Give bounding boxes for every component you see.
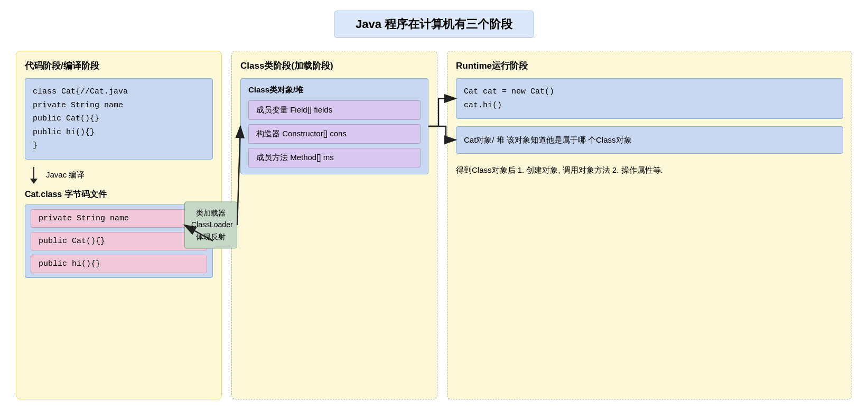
main-title: Java 程序在计算机有三个阶段: [334, 11, 534, 38]
class-obj-item-0: 成员变量 Field[] fields: [248, 100, 421, 120]
get-class-box: 得到Class对象后 1. 创建对象, 调用对象方法 2. 操作属性等.: [456, 161, 843, 179]
bytecode-item-0: private String name: [31, 209, 207, 228]
code-block: class Cat{//Cat.java private String name…: [25, 78, 213, 160]
class-obj-item-2: 成员方法 Method[] ms: [248, 148, 421, 167]
bytecode-item-1: public Cat(){}: [31, 232, 207, 250]
bytecode-title: Cat.class 字节码文件: [25, 189, 213, 200]
middle-panel-title: Class类阶段(加载阶段): [240, 60, 428, 72]
classloader-box: 类加载器ClassLoader体现反射: [184, 201, 237, 248]
runtime-code-box: Cat cat = new Cat() cat.hi(): [456, 78, 843, 119]
middle-panel: Class类阶段(加载阶段) Class类对象/堆 成员变量 Field[] f…: [231, 51, 437, 399]
compile-label: Javac 编译: [46, 170, 85, 180]
left-panel-title: 代码阶段/编译阶段: [25, 60, 213, 72]
classloader-label: 类加载器ClassLoader体现反射: [191, 209, 233, 241]
right-panel-title: Runtime运行阶段: [456, 60, 843, 72]
right-panel: Runtime运行阶段 Cat cat = new Cat() cat.hi()…: [447, 51, 852, 399]
class-obj-item-1: 构造器 Constructor[] cons: [248, 124, 421, 144]
diagram-wrapper: 代码阶段/编译阶段 class Cat{//Cat.java private S…: [16, 51, 852, 399]
compile-arrow-row: Javac 编译: [30, 167, 213, 184]
compile-arrow-down: [30, 167, 38, 184]
bytecode-item-2: public hi(){}: [31, 255, 207, 273]
class-obj-title: Class类对象/堆: [248, 85, 421, 95]
class-obj-box: Class类对象/堆 成员变量 Field[] fields 构造器 Const…: [240, 78, 428, 174]
cat-obj-box: Cat对象/ 堆 该对象知道他是属于哪 个Class对象: [456, 126, 843, 154]
